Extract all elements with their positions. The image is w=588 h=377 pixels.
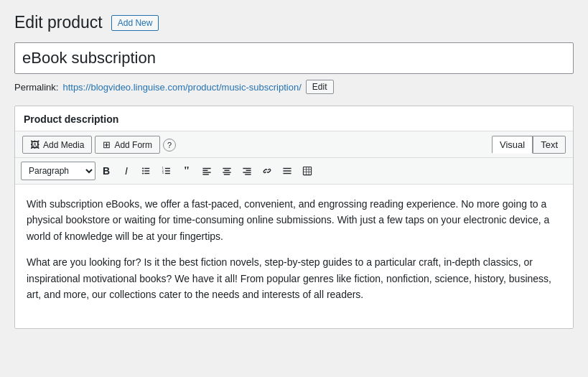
page-title: Edit product bbox=[14, 13, 103, 32]
svg-rect-20 bbox=[243, 168, 251, 169]
insert-link-button[interactable] bbox=[258, 162, 276, 180]
align-left-button[interactable] bbox=[197, 162, 216, 180]
svg-text:3: 3 bbox=[162, 172, 164, 174]
svg-rect-27 bbox=[303, 167, 311, 174]
product-description-card: Product description 🖼 Add Media ⊞ Add Fo… bbox=[14, 106, 574, 329]
paragraph-select[interactable]: Paragraph Heading 1 Heading 2 Heading 3 … bbox=[21, 162, 95, 180]
svg-point-4 bbox=[142, 170, 144, 172]
svg-rect-0 bbox=[144, 168, 149, 169]
svg-point-5 bbox=[142, 172, 144, 174]
toolbar-left: 🖼 Add Media ⊞ Add Form ? bbox=[22, 136, 176, 154]
svg-rect-17 bbox=[225, 170, 230, 171]
svg-rect-25 bbox=[283, 170, 291, 171]
svg-rect-19 bbox=[224, 174, 230, 174]
visual-tab[interactable]: Visual bbox=[492, 136, 533, 154]
view-tabs: Visual Text bbox=[492, 136, 566, 154]
edit-permalink-button[interactable]: Edit bbox=[306, 80, 334, 94]
svg-rect-2 bbox=[144, 173, 149, 174]
card-title: Product description bbox=[24, 113, 118, 125]
svg-rect-15 bbox=[202, 174, 208, 174]
svg-rect-7 bbox=[165, 170, 170, 171]
blockquote-button[interactable]: " bbox=[177, 162, 196, 180]
text-tab[interactable]: Text bbox=[533, 136, 566, 154]
svg-rect-22 bbox=[243, 172, 251, 172]
format-toolbar: Paragraph Heading 1 Heading 2 Heading 3 … bbox=[15, 158, 573, 185]
bold-button[interactable]: B bbox=[97, 162, 116, 180]
add-form-button[interactable]: ⊞ Add Form bbox=[95, 136, 160, 154]
help-icon[interactable]: ? bbox=[163, 139, 176, 152]
svg-rect-24 bbox=[283, 168, 291, 169]
permalink-bar: Permalink: https://blogvideo.linguise.co… bbox=[14, 80, 574, 94]
svg-point-3 bbox=[142, 167, 144, 169]
svg-rect-8 bbox=[165, 173, 170, 174]
editor-toolbar-top: 🖼 Add Media ⊞ Add Form ? Visual Text bbox=[15, 131, 573, 158]
svg-rect-6 bbox=[165, 168, 170, 169]
media-icon: 🖼 bbox=[30, 139, 39, 150]
paragraph-1: With subscription eBooks, we offer a fas… bbox=[27, 196, 561, 244]
page-header: Edit product Add New bbox=[14, 13, 574, 32]
align-center-button[interactable] bbox=[218, 162, 236, 180]
add-new-button[interactable]: Add New bbox=[111, 15, 159, 31]
editor-content[interactable]: With subscription eBooks, we offer a fas… bbox=[15, 185, 573, 328]
svg-rect-14 bbox=[202, 172, 210, 172]
table-button[interactable] bbox=[298, 162, 317, 180]
add-media-button[interactable]: 🖼 Add Media bbox=[22, 136, 92, 154]
svg-rect-16 bbox=[223, 168, 230, 169]
svg-rect-26 bbox=[283, 173, 291, 174]
horizontal-rule-button[interactable] bbox=[278, 162, 297, 180]
svg-rect-13 bbox=[202, 170, 207, 171]
form-icon: ⊞ bbox=[103, 139, 111, 150]
card-header: Product description bbox=[15, 106, 573, 131]
permalink-link[interactable]: https://blogvideo.linguise.com/product/m… bbox=[62, 82, 301, 93]
product-name-input[interactable] bbox=[14, 42, 574, 74]
italic-button[interactable]: I bbox=[117, 162, 136, 180]
svg-rect-18 bbox=[223, 172, 230, 172]
svg-rect-21 bbox=[246, 170, 251, 171]
align-right-button[interactable] bbox=[238, 162, 256, 180]
svg-rect-12 bbox=[202, 168, 210, 169]
svg-rect-23 bbox=[245, 174, 251, 174]
svg-rect-1 bbox=[144, 170, 149, 171]
paragraph-2: What are you looking for? Is it the best… bbox=[27, 254, 561, 302]
ordered-list-button[interactable]: 123 bbox=[157, 162, 176, 180]
permalink-label: Permalink: bbox=[14, 82, 58, 93]
unordered-list-button[interactable] bbox=[137, 162, 156, 180]
